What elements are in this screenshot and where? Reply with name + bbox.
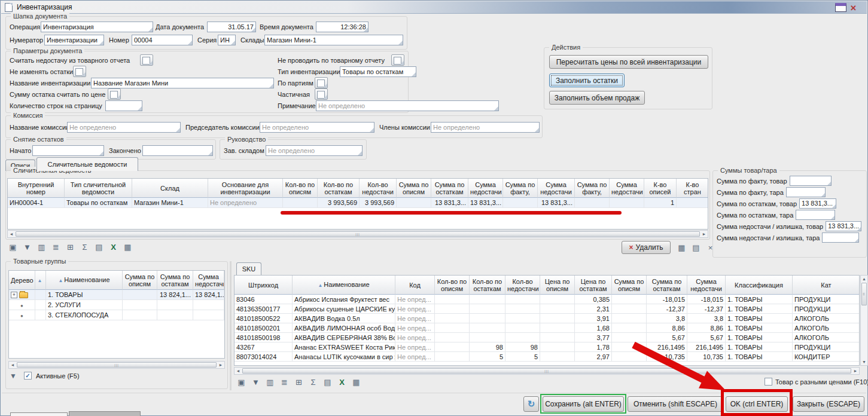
diff-price-checkbox[interactable]: [765, 378, 772, 386]
copy-structure-icon[interactable]: ▣: [8, 242, 18, 252]
copy-structure-icon[interactable]: ▣: [236, 377, 246, 387]
scroll-thumb[interactable]: ≡: [861, 283, 867, 305]
column-header[interactable]: Сумма недостачи: [610, 179, 644, 198]
refresh-button[interactable]: ↻: [523, 396, 539, 412]
finished-input[interactable]: [142, 145, 213, 156]
numbered-list-icon[interactable]: ≣: [51, 242, 61, 252]
column-header[interactable]: Цена по описям: [540, 276, 575, 295]
column-header[interactable]: Сумма по описям: [123, 271, 157, 290]
note-input[interactable]: Не определено: [316, 100, 499, 111]
fill-stock-button[interactable]: Заполнить остатки: [549, 74, 625, 87]
delete-button[interactable]: × Удалить: [622, 241, 671, 254]
sheet-h-scrollbar[interactable]: ◄ ||| ►: [7, 230, 708, 238]
operation-input[interactable]: Инвентаризация: [41, 22, 153, 32]
total-input[interactable]: [822, 233, 859, 243]
scroll-left-icon[interactable]: ◄: [234, 368, 242, 374]
filter-add-icon[interactable]: ▼: [251, 377, 261, 387]
column-header[interactable]: Кол-во по остаткам: [318, 179, 360, 198]
total-input[interactable]: 13 831,3...: [826, 221, 861, 231]
sum-icon[interactable]: Σ: [80, 242, 90, 252]
column-header[interactable]: Сумма по факту,: [503, 179, 538, 198]
close-button[interactable]: Закрыть (ESCAPE): [793, 396, 864, 412]
column-header[interactable]: Цена по остаткам: [575, 276, 612, 295]
column-header[interactable]: Сумма по описям: [397, 179, 431, 198]
scroll-right-icon[interactable]: ►: [701, 231, 708, 237]
column-header[interactable]: Классификация: [726, 276, 793, 295]
column-header[interactable]: Дерево: [9, 271, 35, 290]
table-row[interactable]: 481018500198АКВАДИВ СЕРЕБРЯНАЯ 38% Водк.…: [234, 333, 860, 342]
column-header[interactable]: Штрихкод: [234, 276, 293, 295]
sku-v-scrollbar[interactable]: ▲ ≡ ▼: [860, 275, 868, 366]
no-report-checkbox[interactable]: [391, 54, 404, 66]
group-row[interactable]: ● 2. УСЛУГИ: [9, 300, 224, 310]
scroll-thumb[interactable]: |||: [16, 231, 700, 237]
expand-icon[interactable]: +: [11, 292, 17, 298]
keep-stock-checkbox[interactable]: [73, 66, 86, 77]
count-shortage-checkbox[interactable]: [140, 54, 153, 66]
list-view-icon[interactable]: ▤: [691, 243, 701, 253]
column-header[interactable]: Сумма по остаткам: [157, 271, 193, 290]
warehouse-manager-input[interactable]: Не определено: [266, 145, 363, 156]
calculator-icon[interactable]: ⊞: [294, 377, 304, 387]
columns-icon[interactable]: ▥: [36, 242, 47, 252]
column-header[interactable]: Сумма по факту,: [575, 179, 610, 198]
inventory-type-input[interactable]: Товары по остаткам: [340, 66, 416, 77]
series-input[interactable]: ИН: [218, 35, 236, 45]
column-header[interactable]: Сумма недостачи: [468, 179, 503, 198]
column-header[interactable]: Кат: [793, 276, 860, 295]
restore-button[interactable]: [835, 3, 846, 12]
time-input[interactable]: 12:36:28: [316, 22, 368, 32]
sku-h-scrollbar[interactable]: ◄ ||| ►: [234, 367, 860, 375]
splitter[interactable]: [230, 261, 232, 390]
column-header[interactable]: Кол-во по описям: [283, 179, 318, 198]
numbered-list-icon[interactable]: ≣: [279, 377, 290, 387]
column-header[interactable]: Склад: [132, 179, 208, 198]
taskbar-tab-stub[interactable]: [10, 412, 68, 416]
date-input[interactable]: 31.05.17: [207, 22, 256, 32]
group-row[interactable]: ● 3. СТЕКЛОПОСУДА: [9, 310, 224, 320]
column-header[interactable]: ▲Наименование: [46, 271, 123, 290]
column-header[interactable]: Тип сличительной ведомости: [65, 179, 132, 198]
column-header[interactable]: Кол-во по остаткам: [470, 276, 505, 295]
columns-icon[interactable]: ▥: [265, 377, 275, 387]
table-row[interactable]: 481018500522АКВАДИВ Водка 0.5лНе опред..…: [234, 314, 860, 323]
filter-add-icon[interactable]: ▼: [22, 242, 32, 252]
excel-export-icon[interactable]: X: [108, 242, 118, 252]
scroll-thumb[interactable]: |||: [242, 368, 851, 374]
total-input[interactable]: 13 831,3...: [799, 198, 836, 209]
column-header[interactable]: Кол-во недостачи: [360, 179, 397, 198]
sum-by-price-checkbox[interactable]: [108, 88, 121, 100]
groups-h-scrollbar[interactable]: ◄ ||| ►: [8, 361, 225, 369]
column-header[interactable]: Внутренний номер: [8, 179, 65, 198]
table-row[interactable]: 43267Ананас EXTRASWEET Коста Рика ...Не …: [234, 342, 860, 352]
column-header[interactable]: Сумма недостачи: [193, 271, 224, 290]
table-view-icon[interactable]: ▦: [677, 243, 687, 253]
column-header[interactable]: Сумма по остаткам: [647, 276, 687, 295]
tab-comparison-sheets[interactable]: Сличительные ведомости: [36, 157, 138, 171]
inventory-name-input[interactable]: Название Магазин Мини: [91, 78, 274, 88]
total-input[interactable]: [786, 187, 826, 197]
members-input[interactable]: Не определено: [431, 122, 540, 133]
table-row[interactable]: 88073014024Ананасы LUTIK кусочками в сир…: [234, 352, 860, 362]
calculator-icon[interactable]: ⊞: [65, 242, 75, 252]
print-icon[interactable]: ▤: [94, 242, 104, 252]
table-row[interactable]: 83046Абрикос Испания Фруктест весНе опре…: [234, 295, 860, 304]
numerator-input[interactable]: Инвентаризации: [44, 35, 104, 45]
grid-settings-icon[interactable]: ▦: [123, 242, 133, 252]
chairman-input[interactable]: Не определено: [260, 122, 374, 133]
scroll-thumb[interactable]: |||: [17, 362, 217, 368]
started-input[interactable]: [32, 145, 104, 156]
column-header[interactable]: Кол-во по описям: [435, 276, 470, 295]
scroll-right-icon[interactable]: ►: [852, 368, 859, 374]
scroll-right-icon[interactable]: ►: [217, 362, 224, 368]
column-header[interactable]: К-во описей: [644, 179, 677, 198]
rows-per-page-input[interactable]: [105, 100, 142, 111]
column-header[interactable]: Код: [395, 276, 435, 295]
scroll-left-icon[interactable]: ◄: [9, 362, 16, 368]
table-row[interactable]: ИН00004-1Товары по остаткамМагазин Мини-…: [8, 198, 708, 208]
column-header[interactable]: К-во стран: [677, 179, 708, 198]
filter-add-icon[interactable]: ▼: [10, 372, 17, 380]
active-filter-checkbox[interactable]: ✓: [24, 372, 32, 380]
sum-icon[interactable]: Σ: [308, 377, 318, 387]
taskbar-tab-stub[interactable]: [69, 411, 141, 416]
